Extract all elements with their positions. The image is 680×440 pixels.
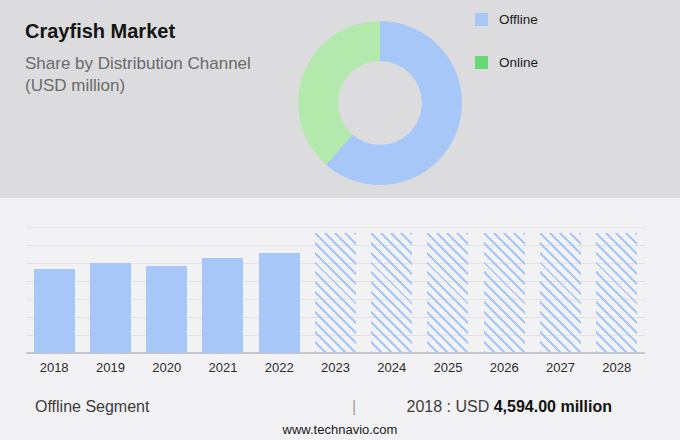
x-label-2028: 2028 bbox=[589, 360, 645, 375]
legend-item-online: Online bbox=[475, 55, 538, 70]
x-label-2019: 2019 bbox=[82, 360, 138, 375]
x-label-2020: 2020 bbox=[139, 360, 195, 375]
forecast-bar-2023 bbox=[315, 233, 356, 353]
bar-slot-2022 bbox=[251, 227, 307, 353]
stat-prefix: 2018 : USD bbox=[407, 398, 490, 415]
forecast-bar-2025 bbox=[427, 233, 468, 353]
x-label-2018: 2018 bbox=[26, 360, 82, 375]
x-label-2021: 2021 bbox=[195, 360, 251, 375]
infographic-page: Crayfish Market Share by Distribution Ch… bbox=[0, 0, 680, 440]
bar-2020 bbox=[146, 266, 187, 353]
donut-chart bbox=[298, 21, 462, 185]
subtitle-line-2: (USD million) bbox=[25, 75, 251, 97]
bar-slot-2027 bbox=[532, 227, 588, 353]
x-label-2027: 2027 bbox=[532, 360, 588, 375]
x-label-2024: 2024 bbox=[364, 360, 420, 375]
bar-2018 bbox=[34, 269, 75, 353]
bar-slot-2021 bbox=[195, 227, 251, 353]
x-axis-labels: 2018201920202021202220232024202520262027… bbox=[26, 360, 645, 375]
bar-series bbox=[26, 227, 645, 353]
forecast-bar-2024 bbox=[371, 233, 412, 353]
x-label-2025: 2025 bbox=[420, 360, 476, 375]
bar-slot-2019 bbox=[82, 227, 138, 353]
legend-label: Online bbox=[499, 55, 538, 70]
legend-swatch-icon bbox=[475, 13, 488, 26]
legend-swatch-icon bbox=[475, 56, 488, 69]
footer-row: Offline Segment | 2018 : USD 4,594.00 mi… bbox=[0, 398, 680, 418]
bar-slot-2024 bbox=[364, 227, 420, 353]
bar-slot-2023 bbox=[307, 227, 363, 353]
bar-slot-2020 bbox=[139, 227, 195, 353]
legend-item-offline: Offline bbox=[475, 12, 538, 27]
forecast-bar-2027 bbox=[540, 233, 581, 353]
bar-2022 bbox=[259, 253, 300, 353]
page-title: Crayfish Market bbox=[25, 20, 251, 43]
bar-2021 bbox=[202, 258, 243, 353]
footer-separator: | bbox=[352, 398, 356, 416]
page-subtitle: Share by Distribution Channel (USD milli… bbox=[25, 53, 251, 97]
stat-value: 4,594.00 million bbox=[494, 398, 612, 415]
bar-slot-2026 bbox=[476, 227, 532, 353]
subtitle-line-1: Share by Distribution Channel bbox=[25, 53, 251, 75]
bar-2019 bbox=[90, 263, 131, 353]
segment-label: Offline Segment bbox=[35, 398, 149, 416]
chart-legend: OfflineOnline bbox=[475, 12, 538, 98]
legend-label: Offline bbox=[499, 12, 538, 27]
stat-2018: 2018 : USD 4,594.00 million bbox=[407, 398, 612, 416]
header-panel: Crayfish Market Share by Distribution Ch… bbox=[0, 0, 680, 198]
bar-slot-2028 bbox=[589, 227, 645, 353]
bar-chart bbox=[26, 227, 645, 353]
website-text: www.technavio.com bbox=[0, 422, 680, 437]
x-label-2023: 2023 bbox=[307, 360, 363, 375]
header-text: Crayfish Market Share by Distribution Ch… bbox=[25, 20, 251, 97]
x-label-2022: 2022 bbox=[251, 360, 307, 375]
bar-slot-2025 bbox=[420, 227, 476, 353]
forecast-bar-2028 bbox=[596, 233, 637, 353]
donut-hole bbox=[338, 61, 422, 145]
bar-slot-2018 bbox=[26, 227, 82, 353]
forecast-bar-2026 bbox=[484, 233, 525, 353]
x-label-2026: 2026 bbox=[476, 360, 532, 375]
